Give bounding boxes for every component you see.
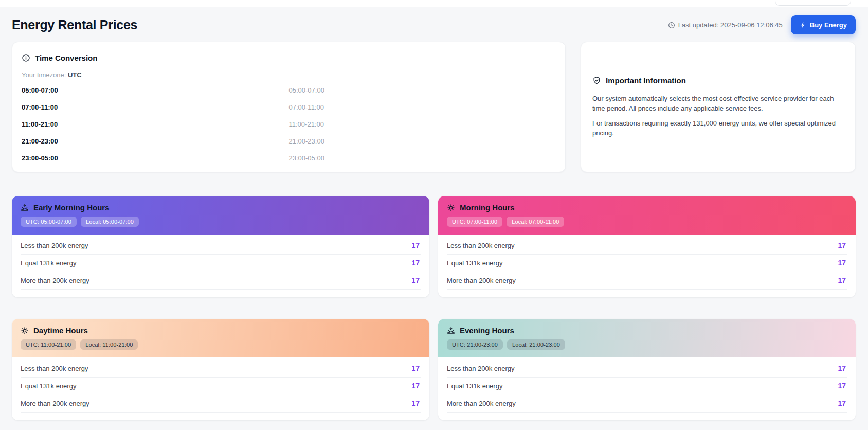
timezone-label: Your timezone: bbox=[22, 71, 66, 79]
utc-time-range: 11:00-21:00 bbox=[22, 120, 289, 128]
price-card-header: Evening Hours UTC: 21:00-23:00 Local: 21… bbox=[438, 319, 856, 357]
price-value: 17 bbox=[838, 241, 846, 249]
price-card-body: Less than 200k energy17Equal 131k energy… bbox=[12, 357, 429, 420]
time-conversion-row: 11:00-21:0011:00-21:00 bbox=[22, 116, 556, 133]
local-time-range: 23:00-05:00 bbox=[289, 154, 556, 162]
page-title: Energy Rental Prices bbox=[12, 17, 137, 32]
price-value: 17 bbox=[411, 276, 420, 284]
local-time-range: 21:00-23:00 bbox=[289, 137, 556, 145]
important-info-paragraphs: Our system automatically selects the mos… bbox=[592, 94, 844, 138]
shield-check-icon bbox=[592, 76, 601, 85]
time-conversion-row: 07:00-11:0007:00-11:00 bbox=[22, 99, 556, 116]
last-updated-status: Last updated: 2025-09-06 12:06:45 bbox=[668, 21, 783, 29]
price-value: 17 bbox=[411, 399, 420, 407]
price-row-label: Less than 200k energy bbox=[447, 365, 515, 372]
timezone-value: UTC bbox=[68, 71, 82, 79]
important-info-paragraph: Our system automatically selects the mos… bbox=[592, 94, 844, 114]
last-updated-text: Last updated: 2025-09-06 12:06:45 bbox=[678, 21, 783, 29]
page-header: Energy Rental Prices Last updated: 2025-… bbox=[0, 7, 868, 34]
price-row: Equal 131k energy17 bbox=[447, 378, 847, 395]
price-card-title: Evening Hours bbox=[460, 326, 514, 335]
price-row-label: Equal 131k energy bbox=[447, 259, 502, 267]
price-value: 17 bbox=[838, 259, 846, 267]
price-row: Less than 200k energy17 bbox=[447, 237, 847, 255]
price-row: More than 200k energy17 bbox=[21, 272, 421, 290]
price-grid-bottom: Daytime Hours UTC: 11:00-21:00 Local: 11… bbox=[12, 319, 856, 420]
price-value: 17 bbox=[411, 259, 420, 267]
price-row: More than 200k energy17 bbox=[21, 395, 421, 413]
price-row-label: Equal 131k energy bbox=[21, 382, 76, 390]
info-icon bbox=[22, 53, 30, 62]
local-time-badge: Local: 21:00-23:00 bbox=[507, 339, 565, 350]
price-value: 17 bbox=[838, 364, 846, 372]
price-row-label: Less than 200k energy bbox=[21, 242, 88, 249]
time-conversion-title: Time Conversion bbox=[35, 53, 97, 62]
time-conversion-card: Time Conversion Your timezone: UTC 05:00… bbox=[12, 42, 566, 172]
sunset-icon bbox=[447, 327, 455, 335]
price-card-header: Morning Hours UTC: 07:00-11:00 Local: 07… bbox=[438, 196, 856, 235]
price-value: 17 bbox=[411, 241, 420, 249]
price-row: Less than 200k energy17 bbox=[21, 360, 421, 378]
price-card-body: Less than 200k energy17Equal 131k energy… bbox=[438, 235, 856, 297]
utc-time-badge: UTC: 05:00-07:00 bbox=[21, 217, 77, 227]
local-time-badge: Local: 11:00-21:00 bbox=[80, 339, 138, 350]
time-conversion-rows: 05:00-07:0005:00-07:0007:00-11:0007:00-1… bbox=[22, 82, 556, 167]
buy-energy-label: Buy Energy bbox=[810, 21, 847, 29]
price-card-body: Less than 200k energy17Equal 131k energy… bbox=[438, 357, 856, 420]
price-card: Morning Hours UTC: 07:00-11:00 Local: 07… bbox=[438, 196, 856, 297]
important-info-title: Important Information bbox=[606, 76, 686, 85]
price-row-label: Less than 200k energy bbox=[21, 365, 88, 372]
price-value: 17 bbox=[411, 382, 420, 390]
price-card-header: Early Morning Hours UTC: 05:00-07:00 Loc… bbox=[12, 196, 429, 235]
price-row: More than 200k energy17 bbox=[447, 272, 847, 290]
price-card-title: Morning Hours bbox=[460, 203, 515, 212]
main-content: Time Conversion Your timezone: UTC 05:00… bbox=[0, 34, 868, 420]
cutoff-nav-button[interactable] bbox=[775, 0, 851, 6]
price-grid-top: Early Morning Hours UTC: 05:00-07:00 Loc… bbox=[12, 196, 856, 297]
price-card: Early Morning Hours UTC: 05:00-07:00 Loc… bbox=[12, 196, 429, 297]
price-row: More than 200k energy17 bbox=[447, 395, 847, 413]
local-time-range: 07:00-11:00 bbox=[289, 103, 556, 111]
important-info-card: Important Information Our system automat… bbox=[581, 42, 856, 172]
time-conversion-row: 21:00-23:0021:00-23:00 bbox=[22, 133, 556, 150]
price-card: Evening Hours UTC: 21:00-23:00 Local: 21… bbox=[438, 319, 856, 420]
local-time-badge: Local: 05:00-07:00 bbox=[81, 217, 139, 227]
price-value: 17 bbox=[838, 399, 846, 407]
sun-icon bbox=[447, 204, 455, 212]
price-row-label: More than 200k energy bbox=[447, 400, 516, 407]
price-card: Daytime Hours UTC: 11:00-21:00 Local: 11… bbox=[12, 319, 429, 420]
price-row: Equal 131k energy17 bbox=[447, 255, 847, 272]
price-row: Equal 131k energy17 bbox=[21, 255, 421, 272]
price-row: Less than 200k energy17 bbox=[21, 237, 421, 255]
utc-time-badge: UTC: 21:00-23:00 bbox=[447, 339, 503, 350]
price-row: Less than 200k energy17 bbox=[447, 360, 847, 378]
important-info-paragraph: For transactions requiring exactly 131,0… bbox=[592, 118, 844, 138]
price-value: 17 bbox=[411, 364, 420, 372]
sunrise-icon bbox=[21, 204, 29, 212]
price-row: Equal 131k energy17 bbox=[21, 378, 421, 395]
local-time-range: 05:00-07:00 bbox=[289, 86, 556, 94]
utc-time-range: 21:00-23:00 bbox=[22, 137, 289, 145]
local-time-badge: Local: 07:00-11:00 bbox=[507, 217, 564, 227]
utc-time-range: 23:00-05:00 bbox=[22, 154, 289, 162]
utc-time-range: 05:00-07:00 bbox=[22, 86, 289, 94]
price-card-header: Daytime Hours UTC: 11:00-21:00 Local: 11… bbox=[12, 319, 429, 357]
utc-time-range: 07:00-11:00 bbox=[22, 103, 289, 111]
utc-time-badge: UTC: 11:00-21:00 bbox=[21, 339, 76, 350]
price-row-label: Equal 131k energy bbox=[447, 382, 502, 390]
price-row-label: More than 200k energy bbox=[447, 277, 516, 284]
time-conversion-row: 23:00-05:0023:00-05:00 bbox=[22, 150, 556, 167]
bolt-icon bbox=[800, 22, 806, 28]
price-card-title: Daytime Hours bbox=[33, 326, 88, 335]
clock-icon bbox=[668, 22, 675, 29]
sun-icon bbox=[21, 327, 29, 335]
price-value: 17 bbox=[838, 382, 846, 390]
price-row-label: Less than 200k energy bbox=[447, 242, 515, 249]
top-navbar bbox=[0, 0, 868, 7]
utc-time-badge: UTC: 07:00-11:00 bbox=[447, 217, 502, 227]
time-conversion-row: 05:00-07:0005:00-07:00 bbox=[22, 82, 556, 99]
buy-energy-button[interactable]: Buy Energy bbox=[791, 15, 856, 34]
local-time-range: 11:00-21:00 bbox=[289, 120, 556, 128]
price-row-label: More than 200k energy bbox=[21, 400, 89, 407]
timezone-line: Your timezone: UTC bbox=[22, 71, 556, 79]
